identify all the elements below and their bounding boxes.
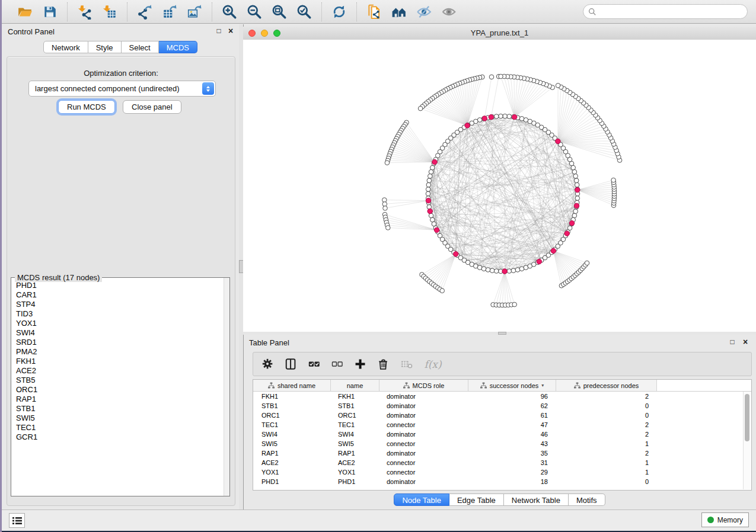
save-session-button[interactable] — [41, 3, 59, 21]
mcds-result-item[interactable]: PMA2 — [16, 347, 224, 357]
network-window-titlebar[interactable]: YPA_prune.txt_1 — [243, 27, 756, 40]
export-network-button[interactable] — [136, 3, 154, 21]
float-window-icon[interactable]: □ — [214, 26, 224, 36]
mcds-result-item[interactable]: STB5 — [16, 376, 224, 385]
cell-successor-nodes[interactable]: 31 — [468, 459, 556, 466]
cell-mcds-role[interactable]: dominator — [379, 412, 468, 419]
select-all-rows-button[interactable] — [307, 357, 321, 371]
cell-predecessor-nodes[interactable]: 2 — [556, 450, 657, 457]
show-all-button[interactable] — [440, 3, 458, 21]
network-graph[interactable] — [243, 40, 756, 332]
table-row[interactable]: ORC1ORC1dominator610 — [253, 411, 751, 420]
column-header-shared-name[interactable]: shared name — [253, 380, 331, 391]
cell-successor-nodes[interactable]: 43 — [468, 440, 556, 447]
cell-successor-nodes[interactable]: 96 — [468, 393, 556, 400]
optimization-criterion-select[interactable]: largest connected component (undirected) — [28, 81, 216, 97]
cell-name[interactable]: ORC1 — [331, 412, 379, 419]
table-row[interactable]: STB1STB1dominator620 — [253, 401, 751, 411]
new-network-from-selection-button[interactable] — [365, 3, 383, 21]
cell-shared-name[interactable]: YOX1 — [253, 469, 331, 476]
table-settings-button[interactable] — [261, 357, 275, 371]
tab-style[interactable]: Style — [88, 41, 122, 53]
table-row[interactable]: RAP1RAP1dominator352 — [253, 448, 751, 458]
table-row[interactable]: SWI4SWI4dominator462 — [253, 430, 751, 439]
cell-shared-name[interactable]: SWI5 — [253, 440, 331, 447]
table-row[interactable]: FKH1FKH1dominator962 — [253, 392, 751, 401]
mcds-result-item[interactable]: TEC1 — [16, 423, 224, 432]
import-table-button[interactable] — [101, 3, 119, 21]
mcds-result-item[interactable]: CAR1 — [16, 290, 224, 300]
open-session-button[interactable] — [16, 3, 34, 21]
mcds-result-item[interactable]: FKH1 — [16, 357, 224, 366]
mcds-result-item[interactable]: PHD1 — [16, 281, 224, 290]
tab-network-table[interactable]: Network Table — [504, 493, 569, 506]
mcds-result-item[interactable]: SWI4 — [16, 328, 224, 338]
memory-button[interactable]: Memory — [701, 512, 749, 527]
cell-shared-name[interactable]: STB1 — [253, 402, 331, 409]
column-header-name[interactable]: name — [331, 380, 379, 391]
cell-predecessor-nodes[interactable]: 1 — [556, 459, 657, 466]
zoom-selected-button[interactable] — [295, 3, 313, 21]
table-row[interactable]: SWI5SWI5connector431 — [253, 439, 751, 448]
deselect-all-rows-button[interactable] — [330, 357, 344, 371]
zoom-traffic-light[interactable] — [273, 30, 280, 37]
cell-mcds-role[interactable]: dominator — [379, 393, 468, 400]
search-box[interactable] — [583, 4, 748, 19]
table-row[interactable]: PHD1PHD1dominator180 — [253, 477, 751, 486]
close-panel-icon[interactable]: × — [741, 337, 750, 347]
column-header-predecessor-nodes[interactable]: predecessor nodes — [556, 380, 657, 391]
cell-mcds-role[interactable]: connector — [379, 459, 468, 466]
cell-name[interactable]: PHD1 — [331, 478, 379, 485]
cell-successor-nodes[interactable]: 47 — [468, 421, 556, 428]
cell-predecessor-nodes[interactable]: 2 — [556, 393, 657, 400]
cell-name[interactable]: STB1 — [331, 402, 379, 409]
task-history-button[interactable] — [9, 513, 25, 528]
table-scrollbar[interactable] — [743, 392, 751, 489]
cell-predecessor-nodes[interactable]: 0 — [556, 478, 657, 485]
mcds-result-item[interactable]: GCR1 — [16, 432, 224, 442]
cell-name[interactable]: SWI4 — [331, 431, 379, 438]
cell-name[interactable]: FKH1 — [331, 393, 379, 400]
cell-shared-name[interactable]: ORC1 — [253, 412, 331, 419]
cell-name[interactable]: YOX1 — [331, 469, 379, 476]
tab-select[interactable]: Select — [122, 41, 159, 53]
mcds-result-item[interactable]: TID3 — [16, 309, 224, 319]
cell-predecessor-nodes[interactable]: 0 — [556, 402, 657, 409]
table-row[interactable]: YOX1YOX1connector291 — [253, 467, 751, 477]
cell-shared-name[interactable]: SWI4 — [253, 431, 331, 438]
column-header-successor-nodes[interactable]: successor nodes▾ — [468, 380, 556, 391]
cell-successor-nodes[interactable]: 35 — [468, 450, 556, 457]
tab-edge-table[interactable]: Edge Table — [449, 493, 504, 506]
scrollbar-thumb[interactable] — [745, 394, 749, 441]
cell-mcds-role[interactable]: dominator — [379, 478, 468, 485]
zoom-in-button[interactable] — [221, 3, 238, 21]
cell-shared-name[interactable]: TEC1 — [253, 421, 331, 428]
mcds-result-item[interactable]: STB1 — [16, 404, 224, 414]
tab-node-table[interactable]: Node Table — [394, 493, 449, 506]
export-image-button[interactable] — [186, 3, 203, 21]
tab-motifs[interactable]: Motifs — [569, 493, 605, 506]
cell-successor-nodes[interactable]: 46 — [468, 431, 556, 438]
close-panel-icon[interactable]: × — [226, 26, 235, 36]
run-mcds-button[interactable]: Run MCDS — [58, 100, 115, 114]
mcds-result-item[interactable]: RAP1 — [16, 395, 224, 404]
table-row[interactable]: TEC1TEC1connector472 — [253, 420, 751, 430]
cell-predecessor-nodes[interactable]: 1 — [556, 440, 657, 447]
network-overview-button[interactable] — [390, 3, 408, 21]
cell-mcds-role[interactable]: dominator — [379, 450, 468, 457]
export-table-button[interactable] — [161, 3, 178, 21]
cell-predecessor-nodes[interactable]: 2 — [556, 431, 657, 438]
cell-predecessor-nodes[interactable]: 2 — [556, 421, 657, 428]
search-input[interactable] — [599, 5, 747, 18]
mcds-result-item[interactable]: SWI5 — [16, 414, 224, 423]
cell-mcds-role[interactable]: connector — [379, 440, 468, 447]
mcds-result-item[interactable]: ACE2 — [16, 366, 224, 376]
cell-name[interactable]: ACE2 — [331, 459, 379, 466]
cell-shared-name[interactable]: RAP1 — [253, 450, 331, 457]
mcds-result-item[interactable]: ORC1 — [16, 385, 224, 395]
zoom-out-button[interactable] — [245, 3, 263, 21]
cell-mcds-role[interactable]: connector — [379, 421, 468, 428]
cell-successor-nodes[interactable]: 61 — [468, 412, 556, 419]
close-traffic-light[interactable] — [248, 30, 256, 37]
cell-successor-nodes[interactable]: 62 — [468, 402, 556, 409]
